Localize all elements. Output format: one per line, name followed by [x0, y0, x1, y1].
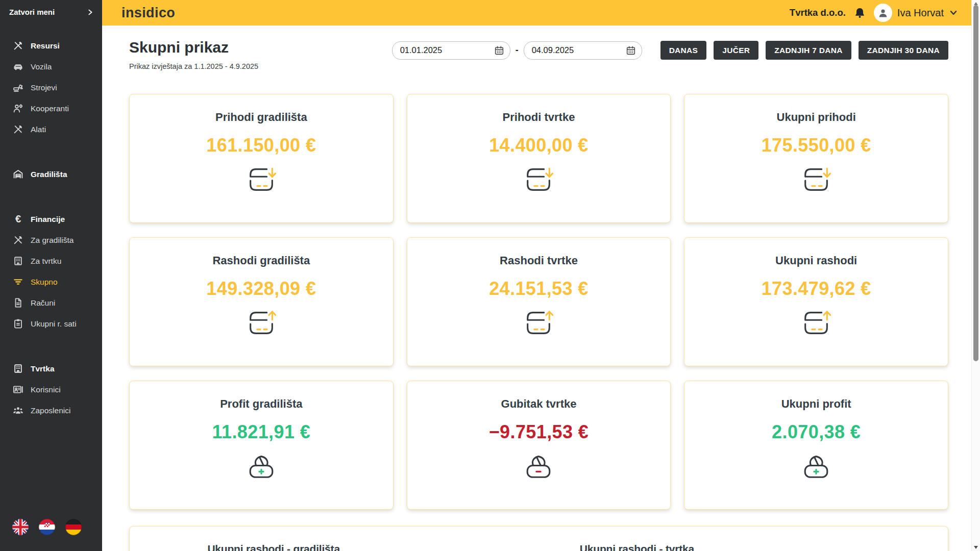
sidebar-item-za-tvrtku[interactable]: Za tvrtku	[0, 251, 102, 271]
top-row: Skupni prikaz Prikaz izvještaja za 1.1.2…	[129, 38, 948, 70]
sidebar-item-label: Zaposlenici	[31, 406, 70, 415]
sidebar-item-tvrtka[interactable]: Tvrtka	[0, 358, 102, 379]
card-title: Ukupni rashodi	[775, 254, 857, 267]
quick-range-jucer-button[interactable]: JUČER	[714, 41, 758, 60]
summary-card-profit-gradilista: Profit gradilišta 11.821,91 €	[129, 381, 394, 510]
date-from-field	[392, 41, 510, 60]
car-icon	[12, 61, 24, 72]
sidebar-item-label: Računi	[31, 298, 55, 308]
sidebar-item-label: Za gradilišta	[31, 236, 74, 245]
sidebar-item-label: Resursi	[31, 41, 60, 51]
sidebar-item-strojevi[interactable]: Strojevi	[0, 77, 102, 98]
euro-icon	[12, 213, 24, 225]
building-icon	[12, 255, 24, 267]
sidebar-item-financije[interactable]: Financije	[0, 209, 102, 230]
excavator-icon	[12, 82, 24, 93]
title-block: Skupni prikaz Prikaz izvještaja za 1.1.2…	[129, 38, 392, 70]
filter-icon	[12, 276, 24, 288]
app-logo[interactable]: insidico	[121, 5, 175, 21]
card-title: Prihodi tvrtke	[503, 111, 575, 124]
tools-icon	[12, 123, 24, 135]
user-menu[interactable]: Iva Horvat	[874, 4, 958, 22]
expenses-charts-card: Ukupni rashodi - gradilišta Ukupni rasho…	[129, 526, 948, 551]
sidebar-item-racuni[interactable]: Računi	[0, 292, 102, 313]
card-arrow-down-icon	[800, 164, 832, 195]
tools-icon	[12, 40, 24, 52]
quick-range-buttons: DANAS JUČER ZADNJIH 7 DANA ZADNJIH 30 DA…	[660, 41, 948, 60]
chevron-down-icon	[949, 8, 958, 17]
sidebar-item-ukupni-r-sati[interactable]: Ukupni r. sati	[0, 313, 102, 334]
card-arrow-up-icon	[523, 307, 554, 339]
tools-icon	[12, 234, 24, 246]
language-flag-german[interactable]	[65, 519, 82, 535]
header-right: Tvrtka d.o.o. Iva Horvat	[790, 4, 958, 22]
card-title: Gubitak tvrtke	[501, 397, 577, 411]
chart-title-rashodi-gradilista: Ukupni rashodi - gradilišta	[207, 543, 339, 551]
card-title: Rashodi tvrtke	[500, 254, 578, 267]
sidebar-item-label: Ukupni r. sati	[31, 319, 77, 329]
quick-range-30-dana-button[interactable]: ZADNJIH 30 DANA	[859, 41, 948, 60]
sidebar-item-label: Skupno	[31, 278, 58, 287]
date-from-input[interactable]	[392, 41, 510, 60]
sidebar-collapse-label: Zatvori meni	[9, 8, 55, 16]
bag-plus-icon	[800, 450, 832, 482]
scrollbar-thumb[interactable]	[973, 5, 978, 361]
warehouse-icon	[12, 168, 24, 180]
card-value: 175.550,00 €	[762, 135, 871, 156]
language-flag-english[interactable]	[12, 519, 29, 535]
sidebar-item-alati[interactable]: Alati	[0, 119, 102, 140]
sidebar: Zatvori meni Resursi Vozila Strojevi Koo…	[0, 0, 102, 551]
sidebar-item-label: Vozila	[31, 62, 52, 71]
card-title: Prihodi gradilišta	[215, 111, 307, 124]
main-content: Skupni prikaz Prikaz izvještaja za 1.1.2…	[102, 26, 971, 551]
sidebar-item-korisnici[interactable]: Korisnici	[0, 379, 102, 400]
sidebar-item-vozila[interactable]: Vozila	[0, 56, 102, 77]
card-value: 161.150,00 €	[206, 135, 316, 156]
card-value: −9.751,53 €	[489, 421, 589, 443]
notifications-bell-icon[interactable]	[853, 7, 866, 19]
page-scrollbar[interactable]	[971, 0, 980, 551]
summary-cards-grid: Prihodi gradilišta 161.150,00 € Prihodi …	[129, 94, 948, 510]
language-flag-croatian[interactable]	[39, 519, 55, 535]
card-value: 149.328,09 €	[206, 278, 316, 299]
sidebar-item-kooperanti[interactable]: Kooperanti	[0, 98, 102, 119]
page-subtitle: Prikaz izvještaja za 1.1.2025 - 4.9.2025	[129, 62, 392, 70]
card-arrow-up-icon	[246, 307, 277, 339]
clipboard-icon	[12, 318, 24, 330]
sidebar-item-label: Za tvrtku	[31, 257, 61, 266]
card-arrow-down-icon	[523, 164, 554, 195]
card-value: 24.151,53 €	[489, 278, 589, 299]
sidebar-item-skupno[interactable]: Skupno	[0, 271, 102, 292]
person-icon	[877, 7, 889, 19]
sidebar-collapse-button[interactable]: Zatvori meni	[0, 0, 102, 16]
scrollbar-down-arrow[interactable]	[974, 546, 978, 549]
summary-card-ukupni-profit: Ukupni profit 2.070,38 €	[684, 381, 948, 510]
sidebar-item-label: Gradilišta	[31, 170, 67, 179]
date-to-field	[524, 41, 642, 60]
sidebar-item-label: Strojevi	[31, 83, 57, 92]
card-arrow-down-icon	[246, 164, 277, 195]
quick-range-7-dana-button[interactable]: ZADNJIH 7 DANA	[766, 41, 851, 60]
sidebar-item-zaposlenici[interactable]: Zaposlenici	[0, 400, 102, 421]
sidebar-item-za-gradilista[interactable]: Za gradilišta	[0, 230, 102, 251]
card-title: Ukupni profit	[781, 397, 851, 411]
quick-range-danas-button[interactable]: DANAS	[660, 41, 707, 60]
sidebar-item-label: Financije	[31, 215, 65, 224]
building-icon	[12, 363, 24, 374]
company-name: Tvrtka d.o.o.	[790, 7, 846, 18]
summary-card-gubitak-tvrtke: Gubitak tvrtke −9.751,53 €	[407, 381, 671, 510]
id-card-icon	[12, 384, 24, 395]
document-icon	[12, 297, 24, 309]
card-title: Profit gradilišta	[220, 397, 302, 411]
summary-card-ukupni-prihodi: Ukupni prihodi 175.550,00 €	[684, 94, 948, 223]
sidebar-item-resursi[interactable]: Resursi	[0, 35, 102, 56]
date-to-input[interactable]	[524, 41, 642, 60]
sidebar-item-label: Kooperanti	[31, 104, 69, 113]
date-range-separator: -	[516, 45, 519, 56]
bag-minus-icon	[523, 450, 554, 482]
user-name: Iva Horvat	[897, 7, 944, 19]
card-value: 2.070,38 €	[772, 421, 861, 443]
card-value: 14.400,00 €	[489, 135, 589, 156]
summary-card-rashodi-gradilista: Rashodi gradilišta 149.328,09 €	[129, 237, 394, 366]
sidebar-item-gradilista[interactable]: Gradilišta	[0, 164, 102, 185]
